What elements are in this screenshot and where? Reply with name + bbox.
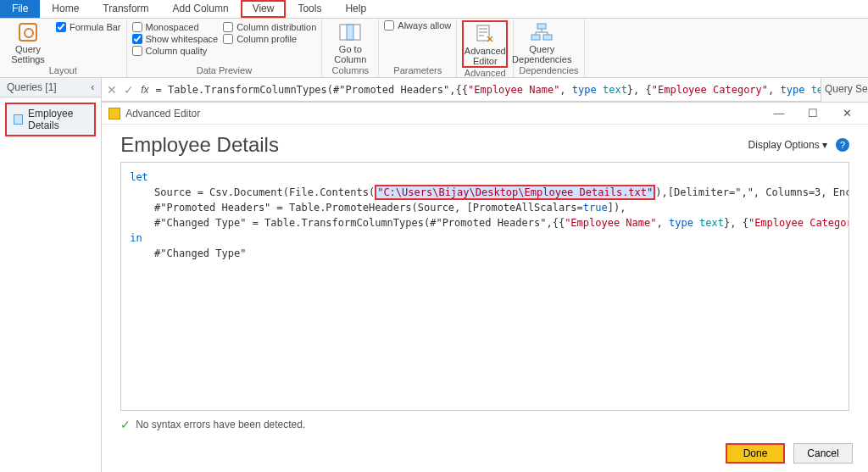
formula-cancel-button[interactable]: ✕ (107, 83, 117, 97)
code-editor[interactable]: let Source = Csv.Document(File.Contents(… (120, 162, 849, 411)
column-quality-checkbox[interactable]: Column quality (132, 46, 219, 56)
ribbon-group-label: Layout (5, 65, 121, 77)
table-icon (14, 114, 23, 125)
menu-home[interactable]: Home (40, 0, 91, 18)
svg-rect-3 (537, 24, 546, 29)
editor-titlebar: Advanced Editor — ☐ ✕ (102, 103, 868, 125)
power-query-icon (108, 108, 120, 119)
svg-rect-2 (477, 25, 489, 41)
editor-buttons: Done Cancel (102, 438, 868, 472)
main-area: ✕ ✓ fx = Table.TransformColumnTypes(#"Pr… (102, 78, 868, 472)
formula-commit-button[interactable]: ✓ (124, 83, 134, 97)
formula-bar: ✕ ✓ fx = Table.TransformColumnTypes(#"Pr… (102, 78, 868, 102)
fx-icon: fx (141, 84, 148, 96)
queries-pane: Queries [1] ‹ Employee Details (0, 78, 102, 472)
always-allow-checkbox[interactable]: Always allow (384, 20, 451, 31)
ribbon-group-dependencies: Query Dependencies Dependencies (514, 19, 584, 77)
editor-heading: Employee Details (120, 133, 279, 157)
queries-header[interactable]: Queries [1] ‹ (0, 78, 101, 97)
dependencies-icon (531, 23, 553, 42)
ribbon-group-label: Parameters (384, 65, 451, 77)
menu-tools[interactable]: Tools (286, 0, 333, 18)
maximize-button[interactable]: ☐ (798, 107, 827, 119)
syntax-status-text: No syntax errors have been detected. (136, 419, 305, 430)
menu-transform[interactable]: Transform (91, 0, 160, 18)
query-item-label: Employee Details (28, 108, 87, 131)
menubar: File Home Transform Add Column View Tool… (0, 0, 868, 19)
monospaced-checkbox[interactable]: Monospaced (132, 22, 219, 32)
chevron-left-icon[interactable]: ‹ (91, 81, 94, 93)
menu-help[interactable]: Help (333, 0, 378, 18)
menu-add-column[interactable]: Add Column (161, 0, 241, 18)
ribbon-group-parameters: Always allow Parameters (379, 19, 457, 77)
ribbon-group-label: Columns (327, 65, 373, 77)
formula-bar-checkbox[interactable]: Formula Bar (56, 22, 121, 32)
minimize-button[interactable]: — (765, 107, 793, 119)
goto-column-button[interactable]: Go to Column (327, 20, 373, 64)
editor-title-text: Advanced Editor (125, 108, 760, 119)
ribbon-group-label: Data Preview (132, 65, 317, 77)
ribbon-group-layout: Query Settings Formula Bar Layout (0, 19, 127, 77)
content-area: Queries [1] ‹ Employee Details ✕ ✓ fx = … (0, 78, 868, 472)
ribbon-group-data-preview: Monospaced Show whitespace Column qualit… (127, 19, 323, 77)
check-icon: ✓ (120, 418, 131, 431)
done-button[interactable]: Done (726, 443, 785, 464)
gear-icon (19, 23, 37, 42)
advanced-editor-button[interactable]: Advanced Editor (462, 20, 508, 68)
advanced-editor-icon (476, 25, 494, 43)
cancel-button[interactable]: Cancel (793, 443, 853, 464)
svg-rect-5 (543, 35, 552, 40)
goto-column-icon (339, 24, 361, 41)
column-distribution-checkbox[interactable]: Column distribution (223, 22, 316, 32)
column-profile-checkbox[interactable]: Column profile (223, 34, 316, 44)
query-dependencies-button[interactable]: Query Dependencies (519, 20, 565, 64)
queries-header-text: Queries [1] (7, 81, 57, 93)
ribbon-group-advanced: Advanced Editor Advanced (457, 19, 514, 77)
ribbon-group-columns: Go to Column Columns (322, 19, 379, 77)
syntax-status: ✓ No syntax errors have been detected. (102, 411, 868, 438)
close-button[interactable]: ✕ (832, 107, 861, 119)
editor-header: Employee Details Display Options ▾ ? (102, 125, 868, 162)
query-settings-button[interactable]: Query Settings (5, 20, 51, 64)
ribbon-group-label: Dependencies (519, 65, 578, 77)
svg-rect-4 (531, 35, 540, 40)
show-whitespace-checkbox[interactable]: Show whitespace (132, 34, 219, 44)
display-options-dropdown[interactable]: Display Options ▾ (748, 139, 827, 151)
advanced-editor-window: Advanced Editor — ☐ ✕ Employee Details D… (102, 102, 868, 472)
query-settings-panel[interactable]: Query Se (821, 78, 868, 102)
menu-file[interactable]: File (0, 0, 40, 18)
help-button[interactable]: ? (836, 138, 849, 152)
menu-view[interactable]: View (241, 0, 287, 18)
formula-text[interactable]: = Table.TransformColumnTypes(#"Promoted … (156, 84, 848, 96)
query-item-employee-details[interactable]: Employee Details (5, 103, 96, 136)
ribbon: Query Settings Formula Bar Layout Monosp… (0, 19, 868, 78)
svg-rect-1 (347, 25, 353, 40)
